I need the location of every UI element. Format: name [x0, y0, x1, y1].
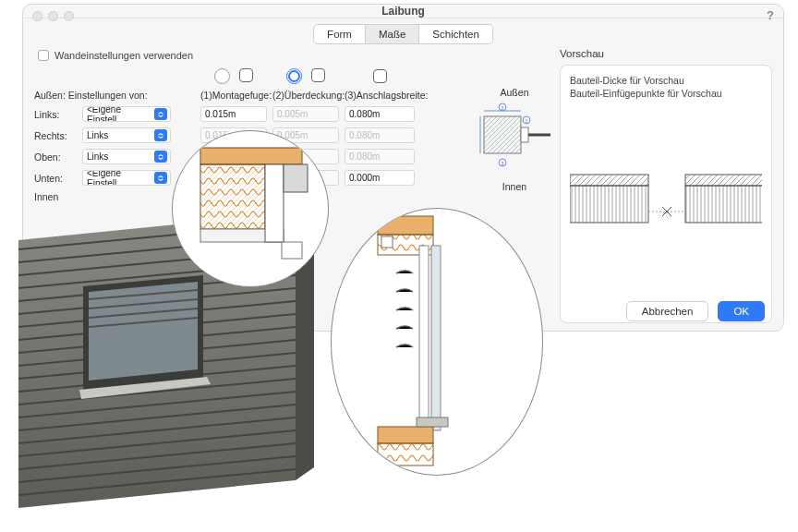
svg-rect-50	[284, 164, 308, 192]
svg-rect-49	[265, 164, 284, 242]
outside-settings-of-label: Außen: Einstellungen von:	[34, 90, 195, 101]
svg-rect-47	[200, 164, 265, 229]
unten-anschlagsbreite-field[interactable]: 0.000m	[345, 170, 415, 186]
tab-schichten[interactable]: Schichten	[419, 24, 493, 44]
tab-masse[interactable]: Maße	[366, 24, 419, 44]
col3-label: (3)Anschlagsbreite:	[345, 90, 415, 101]
dialog-footer: Abbrechen OK	[626, 301, 765, 321]
svg-rect-59	[417, 417, 448, 427]
rechts-anschlagsbreite-field: 0.080m	[345, 127, 415, 143]
preview-heading: Vorschau	[560, 48, 772, 59]
links-anschlagsbreite-field[interactable]: 0.080m	[345, 106, 415, 122]
grid-toggle-icon-2[interactable]	[311, 68, 325, 82]
grid-toggle-icon-1[interactable]	[239, 68, 253, 82]
svg-rect-58	[378, 443, 433, 466]
preview-panel: Bauteil-Dicke für Vorschau Bauteil-Einfü…	[560, 65, 772, 323]
col1-label: (1)Montagefuge:	[200, 90, 267, 101]
tabs: Form Maße Schichten	[23, 24, 783, 44]
svg-rect-54	[381, 236, 393, 248]
window-title: Laibung	[381, 5, 425, 18]
preview-insert-points-label: Bauteil-Einfügepunkte für Vorschau	[570, 88, 762, 99]
help-button[interactable]: ?	[767, 8, 774, 22]
row-oben-label: Oben:	[34, 151, 77, 163]
detail-vertical-icon	[332, 209, 543, 476]
zoom-icon[interactable]	[64, 11, 74, 21]
svg-rect-45	[200, 148, 302, 164]
detail-corner-icon	[173, 131, 329, 287]
use-wall-settings-label: Wandeinstellungen verwenden	[54, 50, 193, 61]
svg-rect-57	[378, 427, 433, 443]
row-rechts-label: Rechts:	[34, 130, 77, 141]
unten-from-dropdown[interactable]: <Eigene Einstell…	[82, 170, 171, 186]
svg-rect-14	[685, 186, 762, 223]
window-controls[interactable]	[32, 11, 74, 21]
minimize-icon[interactable]	[48, 11, 58, 21]
row-unten-label: Unten:	[34, 173, 77, 184]
oben-anschlagsbreite-field: 0.080m	[345, 149, 415, 164]
links-from-dropdown[interactable]: <Eigene Einstell…	[82, 106, 171, 122]
row-links-label: Links:	[34, 109, 77, 120]
svg-rect-56	[419, 246, 429, 430]
chevron-updown-icon	[154, 172, 167, 184]
links-ueberdeckung-field[interactable]: 0.005m	[272, 106, 339, 122]
svg-rect-12	[570, 186, 648, 223]
svg-rect-55	[431, 246, 441, 430]
inside-label: Innen	[478, 181, 550, 192]
preview-thickness-label: Bauteil-Dicke für Vorschau	[570, 75, 762, 86]
svg-rect-0	[484, 116, 521, 153]
tab-form[interactable]: Form	[313, 24, 366, 44]
close-icon[interactable]	[32, 11, 42, 21]
svg-rect-13	[685, 175, 762, 186]
col2-label: (2)Überdeckung:	[272, 90, 339, 101]
rechts-from-dropdown[interactable]: Links	[82, 127, 171, 143]
links-montagefuge-field[interactable]: 0.015m	[200, 106, 267, 122]
use-wall-settings-checkbox[interactable]	[38, 50, 49, 61]
outside-label: Außen	[478, 87, 550, 98]
detail-corner-popout	[172, 130, 329, 287]
plan-diagram-icon: 2 1 3	[478, 98, 550, 177]
detail-vertical-popout	[331, 208, 543, 476]
titlebar: Laibung ?	[23, 5, 783, 18]
on-toggle-icon[interactable]	[286, 68, 302, 84]
ok-button[interactable]: OK	[718, 301, 765, 321]
off-toggle-icon[interactable]	[214, 68, 230, 84]
svg-rect-51	[282, 242, 302, 259]
mini-plan-diagram: Außen 2 1 3 Innen	[478, 87, 550, 192]
cancel-button[interactable]: Abbrechen	[626, 301, 709, 321]
chevron-updown-icon	[154, 108, 167, 120]
grid-toggle-icon-3[interactable]	[373, 69, 387, 83]
chevron-updown-icon	[154, 151, 167, 163]
svg-marker-38	[89, 282, 198, 381]
oben-from-dropdown[interactable]: Links	[82, 149, 171, 164]
svg-rect-11	[570, 175, 648, 186]
preview-section-icon	[570, 156, 762, 258]
chevron-updown-icon	[154, 129, 167, 141]
svg-rect-1	[521, 127, 528, 142]
